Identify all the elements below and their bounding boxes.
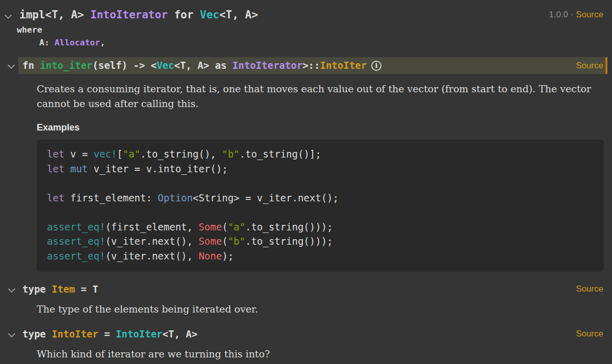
code-text: >::	[302, 60, 320, 71]
code-token: .to_string()];	[240, 148, 321, 160]
code-token: let	[47, 163, 70, 174]
method-into-iter-section: fn into_iter(self) -> <Vec<T, A> as Into…	[0, 57, 612, 272]
code-link[interactable]: IntoIter	[52, 328, 98, 340]
code-token: <String> = v_iter.next();	[193, 192, 339, 203]
code-text: =	[98, 328, 116, 340]
assoc-type-item-docblock: The type of the elements being iterated …	[37, 302, 603, 317]
code-text: for	[168, 9, 200, 21]
code-link[interactable]: Vec	[157, 60, 174, 71]
info-icon[interactable]: i	[371, 61, 381, 71]
code-token: None	[198, 250, 222, 262]
assoc-type-intoiter-description: Which kind of iterator are we turning th…	[37, 347, 594, 361]
since-version: 1.0.0	[549, 10, 568, 19]
impl-section: impl<T, A> IntoIterator for Vec<T, A> 1.…	[0, 8, 612, 49]
code-text: ,	[100, 38, 105, 47]
assoc-type-intoiter-docblock: Which kind of iterator are we turning th…	[37, 347, 603, 361]
assoc-type-item-description: The type of the elements being iterated …	[37, 302, 594, 317]
code-token: assert_eq!	[47, 250, 105, 262]
code-token: let	[47, 148, 70, 160]
method-header-row: fn into_iter(self) -> <Vec<T, A> as Into…	[0, 57, 612, 74]
where-clause: where A: Allocator,	[17, 23, 612, 49]
impl-header-row: impl<T, A> IntoIterator for Vec<T, A> 1.…	[0, 8, 612, 21]
code-token: mut	[70, 163, 94, 174]
code-token: .to_string(),	[140, 148, 222, 160]
code-text: A:	[39, 38, 55, 47]
examples-heading: Examples	[37, 122, 603, 133]
code-example-block: let v = vec!["a".to_string(), "b".to_str…	[37, 140, 604, 272]
impl-signature: impl<T, A> IntoIterator for Vec<T, A>	[19, 8, 549, 21]
code-token: );	[222, 250, 234, 262]
code-line: assert_eq!(v_iter.next(), Some("b".to_st…	[47, 236, 594, 250]
code-token: assert_eq!	[47, 221, 105, 232]
code-link[interactable]: IntoIter	[320, 60, 367, 71]
code-token: vec!	[94, 148, 117, 160]
code-text: = T	[75, 283, 98, 295]
method-signature-code: fn into_iter(self) -> <Vec<T, A> as Into…	[22, 60, 367, 71]
assoc-type-item-row: type Item = T Source	[0, 283, 612, 295]
code-text: fn	[22, 60, 40, 71]
assoc-type-item-source-link[interactable]: Source	[576, 283, 603, 295]
code-text: (self) -> <	[92, 60, 157, 71]
code-line	[47, 206, 594, 221]
where-bound: A: Allocator,	[17, 36, 612, 49]
code-line: let v = vec!["a".to_string(), "b".to_str…	[47, 148, 594, 163]
code-token: first_element:	[70, 192, 158, 203]
code-token: [	[117, 148, 122, 160]
chevron-down-icon[interactable]	[5, 12, 12, 19]
code-link[interactable]: IntoIterator	[233, 60, 302, 71]
code-token: .to_string()));	[245, 236, 333, 247]
code-token: (v_iter.next(),	[105, 236, 198, 247]
code-token: (	[222, 221, 227, 232]
code-token: Option	[158, 192, 193, 203]
chevron-down-icon[interactable]	[8, 62, 15, 69]
code-link[interactable]: IntoIter	[116, 328, 163, 340]
code-token: "b"	[228, 236, 245, 247]
method-target-highlight: fn into_iter(self) -> <Vec<T, A> as Into…	[18, 57, 607, 74]
code-text: impl<T, A>	[19, 9, 90, 21]
code-token: "a"	[228, 221, 245, 232]
impl-meta: 1.0.0 · Source	[549, 8, 603, 21]
assoc-type-intoiter-source-link[interactable]: Source	[576, 328, 603, 340]
info-icon-glyph: i	[375, 60, 377, 71]
code-line	[47, 177, 594, 192]
code-line: let mut v_iter = v.into_iter();	[47, 163, 594, 178]
assoc-type-intoiter-signature: type IntoIter = IntoIter<T, A>	[22, 328, 576, 340]
code-text: type	[22, 283, 52, 295]
impl-source-link[interactable]: Source	[576, 10, 603, 19]
code-token: v =	[70, 148, 94, 160]
assoc-type-intoiter-row: type IntoIter = IntoIter<T, A> Source	[0, 328, 612, 340]
code-token: (first_element,	[105, 221, 198, 232]
code-token: assert_eq!	[47, 236, 105, 247]
code-token: .to_string()));	[245, 221, 333, 232]
code-line: assert_eq!(first_element, Some("a".to_st…	[47, 221, 594, 236]
method-description: Creates a consuming iterator, that is, o…	[37, 82, 594, 111]
code-token: "b"	[222, 148, 239, 160]
where-keyword: where	[17, 23, 612, 36]
code-link[interactable]: Allocator	[55, 38, 100, 47]
assoc-type-item-signature: type Item = T	[22, 283, 576, 295]
code-token: Some	[198, 236, 222, 247]
code-token: v_iter = v.into_iter();	[94, 163, 228, 174]
code-line: let first_element: Option<String> = v_it…	[47, 192, 594, 207]
code-link[interactable]: Item	[52, 283, 75, 295]
code-text: type	[22, 328, 52, 340]
chevron-down-icon[interactable]	[8, 330, 15, 337]
method-signature: fn into_iter(self) -> <Vec<T, A> as Into…	[22, 60, 381, 71]
method-source-link[interactable]: Source	[576, 61, 603, 71]
rustdoc-impl-page: impl<T, A> IntoIterator for Vec<T, A> 1.…	[0, 0, 612, 361]
chevron-down-icon[interactable]	[8, 285, 15, 293]
meta-separator-dot: ·	[568, 10, 576, 19]
code-token: (v_iter.next(),	[105, 250, 198, 262]
code-token: Some	[198, 221, 222, 232]
code-link[interactable]: into_iter	[40, 60, 92, 71]
code-text: <T, A> as	[174, 60, 232, 71]
code-token: (	[222, 236, 227, 247]
code-text: <T, A>	[163, 328, 198, 340]
method-docblock: Creates a consuming iterator, that is, o…	[37, 82, 603, 272]
code-link[interactable]: IntoIterator	[90, 9, 168, 21]
code-token: "a"	[123, 148, 140, 160]
code-link[interactable]: Vec	[200, 9, 219, 21]
code-line: assert_eq!(v_iter.next(), None);	[47, 250, 594, 265]
assoc-type-item-section: type Item = T Source The type of the ele…	[0, 283, 612, 317]
assoc-type-intoiter-section: type IntoIter = IntoIter<T, A> Source Wh…	[0, 328, 612, 361]
